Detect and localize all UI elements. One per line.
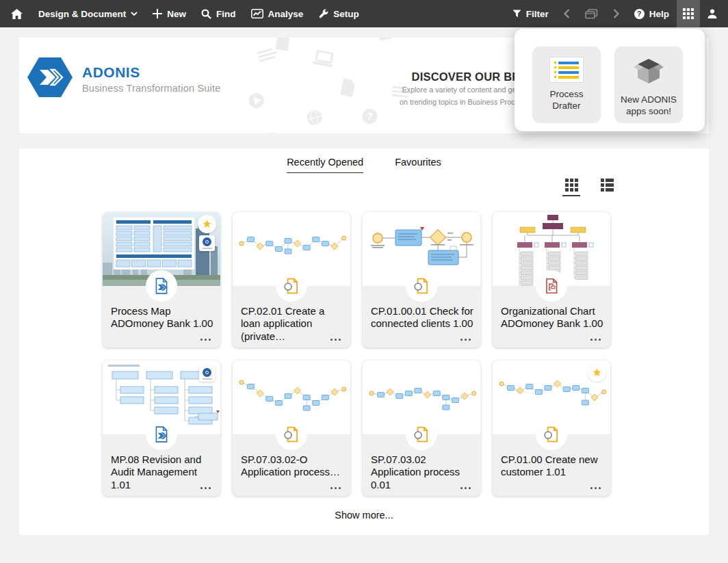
card-title: Process Map ADOmoney Bank 1.00	[111, 305, 213, 330]
list-view-icon	[601, 179, 614, 192]
card-menu-button[interactable]	[330, 339, 341, 341]
state-badge	[199, 235, 215, 251]
model-card[interactable]: Organizational Chart ADOmoney Bank 1.00	[493, 212, 610, 348]
wrench-icon	[318, 9, 328, 19]
card-grid: Process Map ADOmoney Bank 1.00 CP.02.01 …	[103, 212, 610, 496]
apps-grid-icon	[683, 8, 694, 19]
list-view-toggle[interactable]	[601, 179, 614, 192]
windows-icon	[585, 9, 598, 19]
globe-doodle-icon	[304, 108, 324, 130]
play-doodle-icon	[247, 91, 266, 112]
design-document-label: Design & Document	[38, 9, 126, 19]
window-stack-button[interactable]	[577, 0, 606, 27]
show-more-button[interactable]: Show more...	[19, 510, 709, 521]
new-apps-tile[interactable]: New ADONIS apps soon!	[614, 47, 683, 123]
find-button[interactable]: Find	[194, 0, 244, 27]
grid-view-icon	[565, 179, 578, 192]
analyse-button[interactable]: Analyse	[244, 0, 311, 27]
logo-title: ADONIS	[82, 64, 220, 81]
nav-back-button[interactable]	[556, 0, 577, 27]
card-menu-button[interactable]	[590, 487, 601, 490]
card-menu-button[interactable]	[460, 339, 471, 341]
model-type-icon	[406, 419, 437, 450]
card-menu-button[interactable]	[330, 487, 341, 490]
process-drafter-tile[interactable]: Process Drafter	[532, 47, 601, 123]
model-card[interactable]: MP.08 Revision and Audit Management 1.01	[103, 361, 220, 496]
card-title: SP.07.03.02-O Application process…	[241, 454, 343, 479]
model-card[interactable]: CP.02.01 Create a loan application (priv…	[233, 212, 350, 348]
new-button[interactable]: New	[145, 0, 194, 27]
nav-forward-button[interactable]	[606, 0, 627, 27]
cap-doodle-icon	[374, 38, 396, 45]
adonis-hexagon-icon	[27, 56, 73, 101]
card-menu-button[interactable]	[200, 487, 211, 490]
process-drafter-icon	[550, 57, 583, 82]
chevron-down-icon	[131, 12, 138, 16]
logo-subtitle: Business Transformation Suite	[82, 83, 220, 94]
doc-doodle-icon	[274, 38, 291, 54]
apps-menu-button[interactable]	[677, 0, 700, 27]
navbar-right: Filter ? Help	[505, 0, 728, 27]
model-type-icon	[146, 419, 177, 450]
plus-icon	[153, 9, 162, 18]
filter-label: Filter	[526, 9, 549, 19]
favourite-star-badge[interactable]	[588, 363, 606, 382]
home-button[interactable]	[0, 0, 31, 27]
state-badge	[199, 366, 215, 382]
card-title: Organizational Chart ADOmoney Bank 1.00	[501, 305, 603, 330]
setup-label: Setup	[333, 9, 359, 19]
find-label: Find	[216, 9, 236, 19]
top-navbar: Design & Document New Find Analyse Setup…	[0, 0, 728, 27]
model-card[interactable]: Process Map ADOmoney Bank 1.00	[103, 212, 220, 348]
card-menu-button[interactable]	[200, 339, 211, 341]
new-apps-label: New ADONIS apps soon!	[614, 94, 683, 118]
card-title: CP.01.00.01 Check for connected clients …	[371, 305, 473, 330]
card-menu-button[interactable]	[460, 487, 471, 490]
laptop-doodle-icon	[312, 50, 335, 71]
grid-view-toggle[interactable]	[562, 179, 580, 196]
help-icon: ?	[634, 9, 645, 19]
tab-bar: Recently Opened Favourites	[19, 157, 709, 173]
chevron-left-icon	[564, 9, 570, 18]
model-type-icon	[406, 270, 437, 302]
model-type-icon	[276, 419, 307, 450]
card-title: CP.01.00 Create new customer 1.01	[501, 454, 603, 479]
filter-icon	[512, 10, 521, 18]
tab-favourites[interactable]: Favourites	[395, 157, 441, 173]
model-card[interactable]: CP.01.00.01 Check for connected clients …	[363, 212, 480, 348]
new-label: New	[167, 9, 186, 19]
design-document-menu[interactable]: Design & Document	[31, 0, 145, 27]
grid-view-active-underline	[562, 195, 580, 196]
model-card[interactable]: SP.07.03.02 Application process 0.01	[363, 361, 480, 496]
model-type-icon	[536, 270, 567, 302]
box-icon	[633, 57, 664, 88]
model-type-icon	[276, 270, 307, 302]
adonis-logo: ADONIS Business Transformation Suite	[27, 56, 220, 101]
favourite-star-badge[interactable]	[198, 215, 216, 233]
user-menu-button[interactable]	[700, 0, 728, 27]
user-icon	[707, 8, 718, 19]
apps-popup: Process Drafter New ADONIS apps soon!	[515, 29, 705, 131]
help-doodle-icon: ?	[360, 107, 379, 128]
view-toggles	[562, 179, 614, 196]
card-title: CP.02.01 Create a loan application (priv…	[241, 305, 343, 343]
model-card[interactable]: SP.07.03.02-O Application process…	[233, 361, 350, 496]
tab-recently-opened[interactable]: Recently Opened	[287, 157, 363, 173]
chart-icon	[251, 9, 263, 18]
help-button[interactable]: ? Help	[627, 0, 677, 27]
analyse-label: Analyse	[268, 9, 304, 19]
card-title: SP.07.03.02 Application process 0.01	[371, 454, 473, 491]
help-label: Help	[649, 9, 669, 19]
filter-button[interactable]: Filter	[505, 0, 556, 27]
process-drafter-label: Process Drafter	[532, 89, 601, 112]
main-panel: Recently Opened Favourites Process Map A…	[19, 148, 709, 535]
home-icon	[11, 9, 23, 19]
setup-button[interactable]: Setup	[311, 0, 367, 27]
logo-text: ADONIS Business Transformation Suite	[82, 64, 220, 94]
model-card[interactable]: CP.01.00 Create new customer 1.01	[493, 361, 610, 496]
search-icon	[201, 9, 211, 19]
model-type-icon	[536, 419, 567, 450]
model-type-icon	[146, 270, 177, 302]
card-menu-button[interactable]	[590, 339, 601, 341]
doc-doodle-icon	[339, 77, 356, 101]
